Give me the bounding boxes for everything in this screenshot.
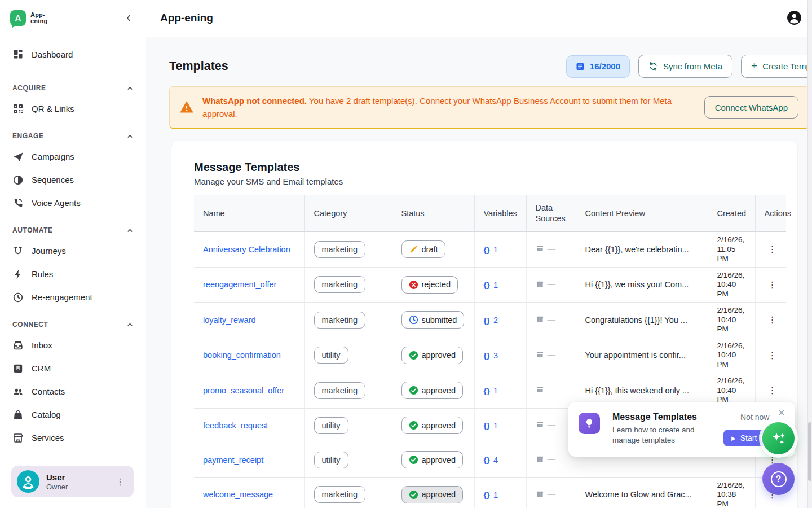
content-preview: Dear {{1}}, we're celebratin... bbox=[576, 232, 708, 268]
sidebar-section-connect[interactable]: CONNECT bbox=[0, 309, 145, 334]
sidebar-collapse-button[interactable] bbox=[122, 12, 135, 24]
curly-braces-icon: {} bbox=[484, 387, 491, 395]
sidebar-item-inbox[interactable]: Inbox bbox=[0, 334, 145, 357]
help-fab[interactable]: ? bbox=[762, 463, 795, 495]
user-role: Owner bbox=[46, 483, 68, 491]
content-preview: Hi {{1}}, we miss you! Com... bbox=[576, 267, 708, 303]
status-icon bbox=[409, 386, 418, 395]
section-label: CONNECT bbox=[12, 321, 48, 329]
sidebar-item-re-engagement[interactable]: Re-engagement bbox=[0, 286, 145, 309]
section-label: ENGAGE bbox=[12, 132, 44, 140]
play-icon: ▶ bbox=[731, 435, 736, 441]
qr-code-icon bbox=[12, 103, 24, 115]
column-header-variables: Variables bbox=[474, 195, 526, 232]
template-name-link[interactable]: promo_seasonal_offer bbox=[203, 386, 284, 395]
created-date: 2/16/26,10:38PM bbox=[708, 477, 755, 508]
create-template-button[interactable]: + Create Template bbox=[741, 55, 812, 78]
sidebar-item-crm[interactable]: CRM bbox=[0, 357, 145, 380]
account-avatar-button[interactable] bbox=[787, 10, 802, 25]
page-header: Templates 16/2000 Sync from Meta + Creat… bbox=[169, 55, 812, 78]
sidebar-item-voice-agents[interactable]: Voice Agents bbox=[0, 191, 145, 214]
connect-whatsapp-button[interactable]: Connect WhatsApp bbox=[704, 96, 798, 119]
template-name-link[interactable]: reengagement_offer bbox=[203, 280, 276, 289]
half-circle-icon bbox=[12, 174, 24, 186]
template-name-link[interactable]: loyalty_reward bbox=[203, 316, 256, 325]
row-actions-button[interactable]: ⋮ bbox=[765, 349, 780, 362]
sidebar-section-automate[interactable]: AUTOMATE bbox=[0, 214, 145, 239]
refresh-icon bbox=[648, 62, 658, 71]
sidebar-item-appointments[interactable]: Appointments bbox=[0, 449, 145, 454]
card-subtitle: Manage your SMS and Email templates bbox=[194, 177, 783, 186]
sidebar-item-catalog[interactable]: Catalog bbox=[0, 403, 145, 426]
sidebar-item-qr-links[interactable]: QR & Links bbox=[0, 97, 145, 120]
template-row: loyalty_reward marketing submitted {}2 —… bbox=[194, 303, 786, 338]
row-actions-button[interactable]: ⋮ bbox=[765, 243, 780, 256]
sidebar: A App- ening Dashboard ACQUIREQR & Links… bbox=[0, 0, 145, 508]
section-label: AUTOMATE bbox=[12, 226, 53, 234]
sidebar-nav: Dashboard ACQUIREQR & LinksENGAGECampaig… bbox=[0, 37, 145, 454]
store-icon bbox=[12, 432, 24, 444]
variables-count: {}1 bbox=[484, 421, 498, 430]
template-quota-badge[interactable]: 16/2000 bbox=[566, 55, 630, 78]
status-icon bbox=[409, 315, 418, 325]
status-badge: approved bbox=[401, 347, 463, 364]
sidebar-item-label: Contacts bbox=[32, 387, 65, 396]
sidebar-item-label: Inbox bbox=[32, 340, 52, 350]
not-now-button[interactable]: Not now bbox=[740, 413, 769, 422]
sidebar-section-acquire[interactable]: ACQUIRE bbox=[0, 72, 145, 97]
category-badge: utility bbox=[314, 417, 348, 434]
sidebar-item-label: Rules bbox=[32, 269, 53, 279]
created-date: 2/16/26,10:40PM bbox=[708, 338, 755, 373]
sidebar-section-engage[interactable]: ENGAGE bbox=[0, 120, 145, 145]
column-header-actions: Actions bbox=[755, 195, 786, 232]
sidebar-item-sequences[interactable]: Sequences bbox=[0, 168, 145, 191]
table-columns-icon bbox=[536, 280, 544, 288]
user-card[interactable]: User Owner ⋮ bbox=[11, 466, 134, 497]
created-date: 2/16/26,10:40PM bbox=[708, 303, 755, 338]
row-actions-button[interactable]: ⋮ bbox=[765, 278, 780, 291]
sync-from-meta-button[interactable]: Sync from Meta bbox=[638, 55, 732, 78]
template-name-link[interactable]: booking_confirmation bbox=[203, 351, 281, 360]
data-sources-value: — bbox=[536, 420, 556, 429]
sidebar-item-campaigns[interactable]: Campaigns bbox=[0, 145, 145, 168]
tour-popup: Message Templates Learn how to create an… bbox=[568, 402, 795, 457]
table-columns-icon bbox=[536, 386, 544, 394]
status-badge: submitted bbox=[401, 311, 465, 329]
curly-braces-icon: {} bbox=[484, 421, 491, 430]
table-columns-icon bbox=[536, 490, 544, 498]
scrollbar-thumb[interactable] bbox=[808, 422, 811, 481]
inbox-icon bbox=[12, 340, 24, 351]
sidebar-item-contacts[interactable]: Contacts bbox=[0, 380, 145, 403]
sidebar-item-dashboard[interactable]: Dashboard bbox=[0, 37, 145, 72]
phone-icon bbox=[12, 198, 24, 209]
template-name-link[interactable]: feedback_request bbox=[203, 421, 268, 430]
status-badge: rejected bbox=[401, 276, 458, 294]
data-sources-value: — bbox=[536, 489, 556, 498]
document-icon bbox=[576, 62, 585, 71]
sidebar-item-services[interactable]: Services bbox=[0, 426, 145, 449]
variables-count: {}1 bbox=[484, 281, 498, 290]
template-row: Anniversary Celebration marketing draft … bbox=[194, 232, 786, 268]
template-name-link[interactable]: welcome_message bbox=[203, 490, 273, 499]
plus-icon: + bbox=[751, 60, 757, 71]
data-sources-value: — bbox=[536, 244, 556, 253]
template-name-link[interactable]: Anniversary Celebration bbox=[203, 245, 290, 254]
category-badge: marketing bbox=[314, 382, 366, 399]
content-preview: Congratulations {{1}}! You ... bbox=[576, 303, 708, 338]
table-columns-icon bbox=[536, 351, 544, 359]
sidebar-item-journeys[interactable]: Journeys bbox=[0, 239, 145, 262]
content-preview: Your appointment is confir... bbox=[576, 338, 708, 373]
column-header-category: Category bbox=[304, 195, 392, 232]
ai-assistant-fab[interactable] bbox=[762, 422, 795, 454]
data-sources-value: — bbox=[536, 315, 556, 324]
template-name-link[interactable]: payment_receipt bbox=[203, 456, 263, 465]
sidebar-item-rules[interactable]: Rules bbox=[0, 262, 145, 286]
status-icon bbox=[409, 490, 418, 500]
row-actions-button[interactable]: ⋮ bbox=[765, 313, 780, 326]
category-badge: marketing bbox=[314, 241, 366, 258]
close-icon[interactable]: ✕ bbox=[778, 408, 785, 418]
row-actions-button[interactable]: ⋮ bbox=[765, 384, 780, 397]
category-badge: marketing bbox=[314, 486, 366, 503]
user-menu-button[interactable]: ⋮ bbox=[112, 476, 128, 487]
status-icon bbox=[409, 455, 418, 465]
